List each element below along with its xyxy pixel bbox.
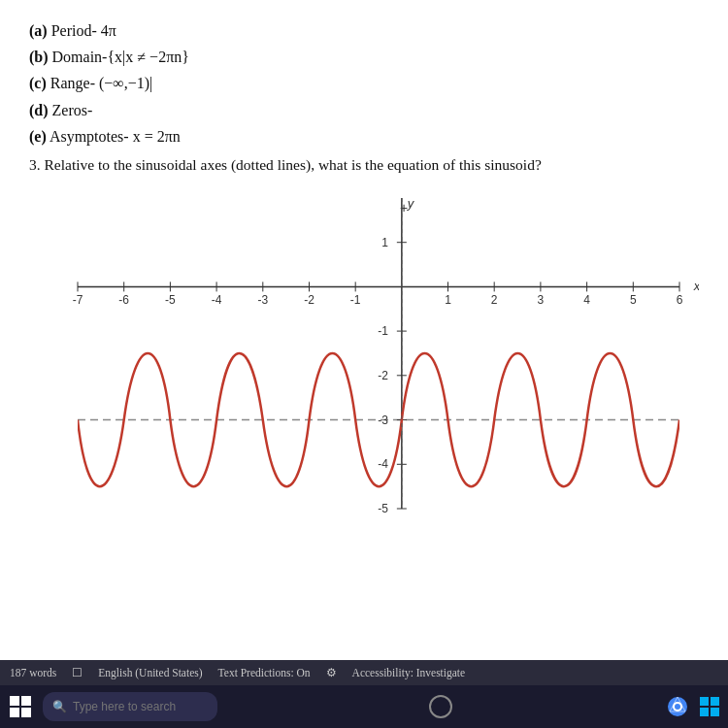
svg-text:6: 6 xyxy=(677,293,683,307)
language-status: English (United States) xyxy=(98,667,202,678)
item-d-label: (d) xyxy=(29,102,49,118)
svg-text:-3: -3 xyxy=(378,414,388,427)
svg-text:-1: -1 xyxy=(378,324,388,338)
svg-rect-53 xyxy=(711,708,719,716)
search-input[interactable] xyxy=(73,700,209,713)
item-c-label: (c) xyxy=(29,75,47,91)
svg-point-49 xyxy=(675,704,680,710)
svg-text:-4: -4 xyxy=(212,293,222,307)
doc-icon: ☐ xyxy=(72,666,83,679)
taskbar-right-icons xyxy=(664,693,722,720)
question-number: 3. xyxy=(29,156,41,173)
sinusoid-graph: -7 -6 -5 -4 -3 -2 -1 xyxy=(29,183,699,543)
chrome-icon[interactable] xyxy=(664,693,691,720)
item-e-label: (e) xyxy=(29,128,47,145)
text-predictions-status: Text Predictions: On xyxy=(218,667,311,678)
question-text: 3. Relative to the sinusoidal axes (dott… xyxy=(29,153,699,176)
item-a-label: (a) xyxy=(29,22,48,39)
svg-text:2: 2 xyxy=(491,293,498,307)
item-e: (e) Asymptotes- x = 2πn xyxy=(29,123,699,149)
item-a: (a) Period- 4π xyxy=(29,17,699,44)
taskbar: 🔍 xyxy=(0,685,728,728)
task-view-button[interactable] xyxy=(429,695,452,718)
windows-apps-icon[interactable] xyxy=(697,694,722,719)
svg-text:-5: -5 xyxy=(165,293,176,307)
item-c: (c) Range- (−∞,−1)| xyxy=(29,70,699,96)
accessibility-icon: ⚙ xyxy=(326,666,337,679)
svg-text:3: 3 xyxy=(538,293,545,307)
item-c-content: Range- (−∞,−1)| xyxy=(50,75,153,91)
search-icon: 🔍 xyxy=(52,700,67,714)
svg-text:4: 4 xyxy=(583,293,590,307)
svg-text:-4: -4 xyxy=(378,457,388,471)
item-b: (b) Domain-{x|x ≠ −2πn} xyxy=(29,44,699,70)
svg-rect-51 xyxy=(711,697,719,706)
svg-text:-3: -3 xyxy=(257,293,268,307)
svg-text:-2: -2 xyxy=(378,369,388,382)
svg-text:-6: -6 xyxy=(118,293,129,307)
svg-text:-1: -1 xyxy=(350,293,361,307)
svg-text:1: 1 xyxy=(445,293,451,307)
accessibility-status: Accessibility: Investigate xyxy=(352,667,466,678)
svg-rect-50 xyxy=(700,697,709,706)
svg-text:+: + xyxy=(400,200,408,215)
taskbar-search[interactable]: 🔍 xyxy=(43,692,217,721)
question-body: Relative to the sinusoidal axes (dotted … xyxy=(45,156,542,173)
svg-text:-2: -2 xyxy=(304,293,314,307)
svg-rect-0 xyxy=(29,183,699,543)
svg-text:5: 5 xyxy=(630,293,637,307)
item-d: (d) Zeros- xyxy=(29,97,699,123)
item-a-content: Period- 4π xyxy=(51,22,116,39)
taskbar-center xyxy=(225,695,656,718)
svg-rect-52 xyxy=(700,708,709,716)
graph-container: -7 -6 -5 -4 -3 -2 -1 xyxy=(29,183,699,543)
svg-text:-5: -5 xyxy=(378,502,388,515)
item-b-label: (b) xyxy=(29,49,49,65)
svg-text:-7: -7 xyxy=(73,293,83,307)
svg-text:1: 1 xyxy=(381,236,388,249)
windows-start-button[interactable] xyxy=(6,692,35,721)
svg-text:x: x xyxy=(693,279,699,293)
item-e-content: Asymptotes- x = 2πn xyxy=(50,128,181,145)
status-bar: 187 words ☐ English (United States) Text… xyxy=(0,660,728,685)
word-count: 187 words xyxy=(10,667,56,678)
windows-icon xyxy=(10,696,31,717)
